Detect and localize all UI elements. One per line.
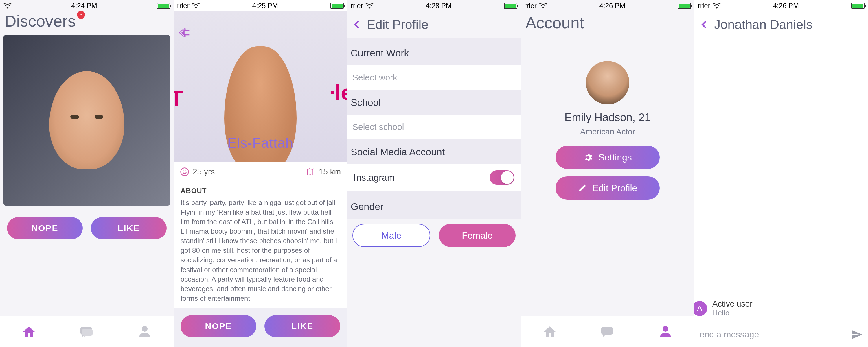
like-button[interactable]: LIKE: [91, 217, 167, 239]
status-time: 4:26 PM: [599, 2, 625, 10]
tab-profile[interactable]: [657, 323, 674, 340]
profile-name: Els-Fattah: [174, 135, 347, 151]
back-button[interactable]: [178, 26, 190, 39]
profile-photo: [3, 35, 170, 206]
tab-chat[interactable]: [599, 323, 616, 340]
battery-icon: [331, 3, 344, 9]
profile-stats: 25 yrs 15 km: [174, 162, 347, 182]
tab-home[interactable]: [541, 323, 558, 340]
edit-profile-button[interactable]: Edit Profile: [556, 177, 660, 199]
tab-chat[interactable]: [79, 323, 95, 340]
wifi-icon: [3, 3, 11, 9]
age-label: 25 yrs: [193, 167, 215, 177]
battery-icon: [157, 3, 170, 9]
wifi-icon: [365, 3, 374, 9]
screen-edit-profile: rrier 4:28 PM Edit Profile Current Work …: [347, 0, 521, 347]
status-bar: rrier 4:28 PM: [347, 0, 521, 11]
gear-icon: [583, 153, 593, 162]
tab-profile[interactable]: [136, 323, 153, 340]
avatar[interactable]: [586, 61, 629, 104]
smile-icon: [180, 167, 189, 177]
status-time: 4:26 PM: [773, 2, 799, 10]
like-button[interactable]: LIKE: [265, 315, 340, 337]
tab-bar: [0, 316, 174, 347]
map-icon: [306, 167, 315, 177]
section-gender: Gender: [347, 194, 521, 219]
chat-input-bar: end a message: [694, 321, 868, 347]
notification-badge: 5: [77, 11, 85, 19]
avatar-badge: A: [694, 301, 707, 316]
page-title: Account: [523, 11, 586, 32]
battery-icon: [504, 3, 517, 9]
status-time: 4:28 PM: [426, 2, 452, 10]
incoming-message: A Active user Hello: [694, 295, 868, 321]
hero-photo: T ·le Els-Fattah: [174, 11, 347, 162]
status-bar: rrier 4:26 PM: [694, 0, 868, 11]
wifi-icon: [539, 3, 547, 9]
wifi-icon: [192, 3, 200, 9]
message-text: Hello: [712, 309, 752, 317]
chat-title: Jonathan Daniels: [714, 18, 812, 32]
svg-point-1: [183, 170, 184, 171]
svg-point-0: [181, 168, 189, 176]
header: Jonathan Daniels: [694, 11, 868, 38]
gender-female-button[interactable]: Female: [439, 224, 516, 247]
status-bar: rrier 4:25 PM: [174, 0, 347, 11]
screen-account: rrier 4:26 PM Account Emily Hadson, 21 A…: [521, 0, 694, 347]
status-time: 4:25 PM: [252, 2, 278, 10]
page-title: Edit Profile: [367, 18, 429, 32]
message-input[interactable]: end a message: [700, 329, 850, 340]
distance-label: 15 km: [319, 167, 341, 177]
tab-home[interactable]: [21, 323, 37, 340]
nope-button[interactable]: NOPE: [181, 315, 256, 337]
sender-name: Active user: [712, 299, 752, 309]
svg-point-2: [185, 170, 186, 171]
school-select[interactable]: Select school: [347, 115, 521, 139]
instagram-toggle[interactable]: [490, 170, 515, 185]
profile-card[interactable]: [3, 35, 170, 206]
header: Edit Profile: [347, 11, 521, 38]
settings-button[interactable]: Settings: [556, 146, 660, 169]
section-social: Social Media Account: [347, 139, 521, 164]
about-text: It's party, party, party like a nigga ju…: [181, 198, 340, 303]
send-button[interactable]: [850, 328, 863, 341]
account-name: Emily Hadson, 21: [564, 111, 651, 124]
screen-discover: 4:24 PM Discovers 5 NOPE LIKE: [0, 0, 174, 347]
gender-male-button[interactable]: Male: [352, 224, 430, 247]
status-bar: rrier 4:26 PM: [521, 0, 694, 11]
account-subtitle: American Actor: [580, 127, 635, 136]
section-school: School: [347, 90, 521, 115]
screen-chat: rrier 4:26 PM Jonathan Daniels A Active …: [694, 0, 868, 347]
page-title: Discovers 5: [2, 9, 78, 30]
instagram-label: Instagram: [353, 172, 395, 183]
nope-button[interactable]: NOPE: [7, 217, 83, 239]
screen-profile-detail: rrier 4:25 PM T ·le Els-Fattah 25 yrs 15…: [174, 0, 347, 347]
back-button[interactable]: [699, 20, 709, 30]
tab-bar: [521, 316, 694, 347]
wifi-icon: [713, 3, 721, 9]
battery-icon: [678, 3, 691, 9]
section-work: Current Work: [347, 40, 521, 65]
about-heading: ABOUT: [181, 187, 340, 195]
instagram-row: Instagram: [347, 164, 521, 191]
status-time: 4:24 PM: [71, 2, 97, 10]
battery-icon: [851, 3, 865, 9]
send-icon: [850, 328, 863, 341]
pencil-icon: [578, 184, 587, 192]
work-select[interactable]: Select work: [347, 65, 521, 90]
back-button[interactable]: [352, 20, 362, 30]
